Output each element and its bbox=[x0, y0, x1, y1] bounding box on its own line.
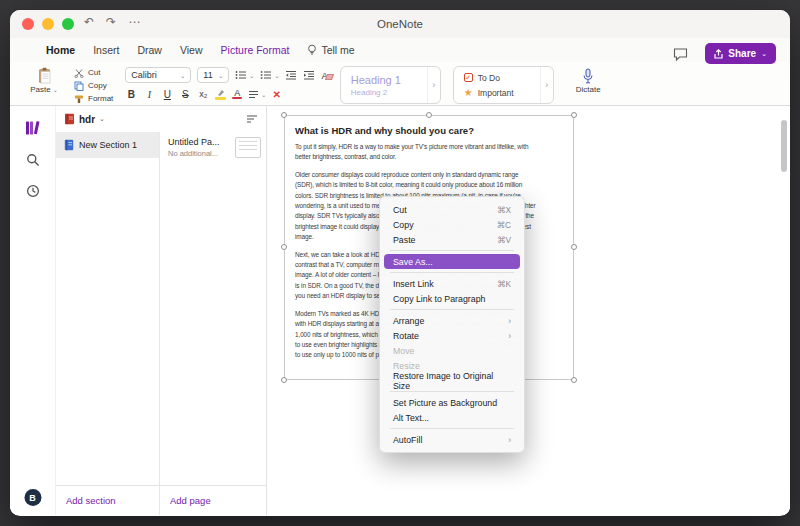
chevron-down-icon: ⌄ bbox=[261, 91, 266, 98]
context-menu-item[interactable] bbox=[390, 250, 514, 251]
increase-indent-button[interactable] bbox=[303, 70, 315, 80]
context-menu-item[interactable]: Copy ⌘C bbox=[384, 217, 520, 232]
chevron-down-icon: ⌄ bbox=[274, 72, 279, 79]
share-chevron-icon: ⌄ bbox=[761, 50, 767, 58]
context-menu-item[interactable]: Set Picture as Background bbox=[384, 395, 520, 410]
tag-todo[interactable]: ✓ To Do bbox=[464, 71, 530, 84]
paste-button[interactable]: Paste⌄ bbox=[26, 65, 62, 94]
highlight-color-button[interactable] bbox=[215, 89, 226, 100]
numbered-list-button[interactable]: ⌄ bbox=[260, 70, 279, 80]
page-canvas[interactable]: What is HDR and why should you care? To … bbox=[266, 106, 790, 515]
share-button[interactable]: Share ⌄ bbox=[705, 43, 776, 64]
vertical-scrollbar[interactable] bbox=[781, 120, 787, 172]
style-heading2[interactable]: Heading 2 bbox=[351, 88, 417, 97]
context-menu-item[interactable]: AutoFill › bbox=[384, 432, 520, 447]
notebook-name[interactable]: hdr bbox=[79, 114, 95, 125]
tell-me-button[interactable]: Tell me bbox=[307, 44, 354, 56]
add-section-button[interactable]: Add section bbox=[56, 486, 160, 515]
onenote-window: ↶ ↷ ⋯ OneNote Home Insert Draw View Pict… bbox=[10, 10, 790, 516]
font-name-select[interactable]: Calibri ⌄ bbox=[125, 67, 191, 83]
format-painter-button[interactable]: Format bbox=[74, 93, 113, 104]
page-item[interactable]: Untitled Pa... No additional... bbox=[160, 132, 266, 163]
clipboard-icon bbox=[37, 67, 52, 84]
decrease-indent-button[interactable] bbox=[285, 70, 297, 80]
paragraph-options-button[interactable]: ⌄ bbox=[248, 90, 266, 99]
dictate-button[interactable]: Dictate bbox=[576, 65, 601, 94]
context-menu-item[interactable]: Move bbox=[384, 343, 520, 358]
navigation-strip: B bbox=[10, 106, 56, 515]
recent-notes-icon[interactable] bbox=[26, 184, 40, 198]
context-menu-item[interactable]: Rotate › bbox=[384, 328, 520, 343]
ribbon-tab[interactable]: Insert bbox=[93, 44, 119, 56]
redo-button[interactable]: ↷ bbox=[106, 15, 116, 29]
section-item[interactable]: New Section 1 bbox=[56, 132, 159, 158]
avatar[interactable]: B bbox=[24, 489, 41, 506]
todo-checkbox-icon: ✓ bbox=[464, 73, 473, 82]
ribbon-tab[interactable]: Home bbox=[46, 44, 75, 56]
styles-gallery[interactable]: Heading 1 Heading 2 › bbox=[340, 66, 441, 104]
selection-handle-bottom-left[interactable] bbox=[281, 377, 287, 383]
font-color-button[interactable]: A bbox=[232, 89, 242, 100]
sort-pages-icon[interactable] bbox=[246, 114, 258, 124]
ribbon-tab[interactable]: Picture Format bbox=[221, 44, 290, 56]
style-heading1[interactable]: Heading 1 bbox=[351, 74, 417, 86]
menu-item-shortcut: › bbox=[508, 331, 511, 341]
font-group: Calibri ⌄ 11 ⌄ ⌄ ⌄ bbox=[125, 65, 327, 102]
bullet-list-button[interactable]: ⌄ bbox=[235, 70, 254, 80]
copy-button[interactable]: Copy bbox=[74, 80, 113, 91]
strikethrough-button[interactable]: S bbox=[179, 89, 191, 100]
styles-gallery-expand-icon[interactable]: › bbox=[427, 67, 440, 103]
selection-handle-top-left[interactable] bbox=[281, 112, 287, 118]
zoom-window-button[interactable] bbox=[62, 18, 74, 30]
selection-handle-mid-left[interactable] bbox=[281, 244, 287, 250]
notebooks-icon[interactable] bbox=[25, 120, 41, 136]
tags-gallery[interactable]: ✓ To Do ★ Important › bbox=[453, 66, 554, 104]
search-icon[interactable] bbox=[26, 153, 40, 167]
tags-gallery-expand-icon[interactable]: › bbox=[540, 67, 553, 103]
titlebar: ↶ ↷ ⋯ OneNote bbox=[10, 10, 790, 38]
context-menu-item[interactable]: Copy Link to Paragraph bbox=[384, 291, 520, 306]
context-menu-item[interactable]: Insert Link ⌘K bbox=[384, 276, 520, 291]
notebook-chevron-icon[interactable]: ⌄ bbox=[99, 115, 105, 123]
context-menu-item[interactable]: Save As... bbox=[384, 254, 520, 269]
ribbon-tab[interactable]: View bbox=[180, 44, 203, 56]
context-menu-item[interactable]: Alt Text... bbox=[384, 410, 520, 425]
menu-item-shortcut: ⌘K bbox=[497, 279, 511, 289]
tag-important[interactable]: ★ Important bbox=[464, 86, 530, 99]
page-text-line: better brightness, contrast, and color. bbox=[295, 152, 563, 162]
ribbon-tab[interactable]: Draw bbox=[137, 44, 162, 56]
font-size-select[interactable]: 11 ⌄ bbox=[197, 67, 229, 83]
add-page-button[interactable]: Add page bbox=[160, 486, 211, 515]
underline-button[interactable]: U bbox=[161, 89, 173, 100]
notebook-panel: hdr ⌄ New Section 1 bbox=[56, 106, 266, 515]
context-menu-item[interactable] bbox=[390, 391, 514, 392]
cut-button[interactable]: Cut bbox=[74, 67, 113, 78]
menu-item-shortcut: ⌘V bbox=[497, 235, 511, 245]
app-body: B hdr ⌄ bbox=[10, 106, 790, 515]
selection-handle-bottom-right[interactable] bbox=[571, 377, 577, 383]
menu-item-shortcut: › bbox=[508, 316, 511, 326]
clipboard-group: Cut Copy Format bbox=[74, 65, 113, 104]
context-menu-item[interactable]: Arrange › bbox=[384, 313, 520, 328]
subscript-button[interactable]: x₂ bbox=[197, 89, 209, 99]
context-menu-item[interactable]: Cut ⌘X bbox=[384, 202, 520, 217]
selection-handle-top-right[interactable] bbox=[571, 112, 577, 118]
context-menu-item[interactable] bbox=[390, 272, 514, 273]
context-menu-item[interactable]: Paste ⌘V bbox=[384, 232, 520, 247]
more-toolbar-icon[interactable]: ⋯ bbox=[128, 15, 140, 29]
comments-icon[interactable] bbox=[673, 47, 688, 61]
context-menu-item[interactable]: Restore Image to Original Size bbox=[384, 373, 520, 388]
close-window-button[interactable] bbox=[22, 18, 34, 30]
undo-button[interactable]: ↶ bbox=[84, 15, 94, 29]
selection-handle-mid-right[interactable] bbox=[571, 244, 577, 250]
clear-formatting-button[interactable]: A bbox=[321, 70, 327, 81]
pages-list: Untitled Pa... No additional... bbox=[160, 132, 266, 485]
italic-button[interactable]: I bbox=[143, 89, 155, 100]
selection-handle-top-center[interactable] bbox=[426, 112, 432, 118]
minimize-window-button[interactable] bbox=[42, 18, 54, 30]
image-heading: What is HDR and why should you care? bbox=[295, 125, 563, 136]
context-menu-item[interactable] bbox=[390, 309, 514, 310]
delete-button[interactable]: ✕ bbox=[272, 89, 280, 100]
context-menu-item[interactable] bbox=[390, 428, 514, 429]
bold-button[interactable]: B bbox=[125, 89, 137, 100]
